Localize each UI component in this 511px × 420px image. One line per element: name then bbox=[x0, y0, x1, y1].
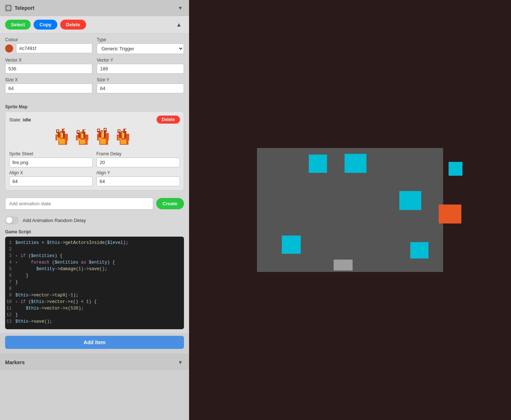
sprite-sheet-input[interactable] bbox=[9, 158, 93, 167]
align-x-label: Align X bbox=[9, 170, 93, 175]
colour-group: Colour bbox=[5, 37, 92, 54]
code-editor[interactable]: 1$entities = $this->getActorsInside($lev… bbox=[5, 237, 184, 329]
svg-rect-5 bbox=[59, 139, 65, 144]
sprite-sheet-group: Sprite Sheet bbox=[9, 151, 93, 167]
canvas-block bbox=[410, 242, 429, 258]
collapse-arrow-icon[interactable]: ▾ bbox=[15, 261, 20, 265]
code-line: 9$this->vector->tapX(-1); bbox=[5, 293, 184, 299]
svg-rect-53 bbox=[125, 129, 126, 131]
select-button[interactable]: Select bbox=[5, 20, 31, 30]
sprite-state-header: State: idle Delete bbox=[9, 116, 180, 124]
toolbar-buttons: Select Copy Delete bbox=[5, 20, 86, 30]
colour-label: Colour bbox=[5, 37, 92, 42]
teleport-title: Teleport bbox=[5, 5, 34, 11]
svg-rect-26 bbox=[77, 131, 79, 132]
code-line: 13$this->save(); bbox=[5, 319, 184, 326]
toggle-row: Add Animation Random Delay bbox=[0, 213, 189, 227]
svg-rect-52 bbox=[118, 130, 120, 132]
add-animation-input[interactable] bbox=[5, 198, 153, 210]
code-line: 12} bbox=[5, 312, 184, 319]
svg-rect-27 bbox=[84, 130, 85, 132]
teleport-collapse-btn[interactable]: ▾ bbox=[177, 4, 184, 12]
sprite-sheet-label: Sprite Sheet bbox=[9, 151, 93, 156]
frame-delay-label: Frame Delay bbox=[96, 151, 180, 156]
colour-swatch[interactable] bbox=[5, 44, 13, 52]
size-x-input[interactable] bbox=[5, 83, 92, 93]
canvas-block bbox=[439, 205, 461, 223]
toggle-knob bbox=[6, 217, 12, 223]
colour-input[interactable] bbox=[16, 43, 92, 53]
left-panel: Teleport ▾ Select Copy Delete ▲ Colour T… bbox=[0, 0, 189, 420]
delete-button[interactable]: Delete bbox=[60, 20, 86, 30]
code-line: 11 $this->vector->x(536); bbox=[5, 306, 184, 312]
svg-rect-21 bbox=[78, 133, 80, 138]
size-y-label: Size Y bbox=[97, 77, 184, 82]
colour-row bbox=[5, 43, 92, 53]
align-y-input[interactable] bbox=[96, 176, 180, 186]
sprite-preview bbox=[9, 127, 180, 148]
svg-rect-18 bbox=[80, 140, 85, 144]
code-line: 2 bbox=[5, 247, 184, 253]
copy-button[interactable]: Copy bbox=[34, 20, 57, 30]
type-label: Type bbox=[97, 37, 184, 42]
svg-rect-47 bbox=[119, 132, 121, 138]
canvas-block bbox=[345, 154, 366, 173]
svg-rect-13 bbox=[57, 130, 58, 132]
vector-y-input[interactable] bbox=[97, 64, 184, 74]
size-x-group: Size X bbox=[5, 77, 92, 93]
toolbar-collapse-btn[interactable]: ▲ bbox=[174, 21, 184, 29]
right-panel bbox=[189, 0, 511, 420]
code-line: 3▾ if ($entities) { bbox=[5, 253, 184, 260]
type-group: Type Generic Trigger bbox=[97, 37, 184, 54]
create-animation-button[interactable]: Create bbox=[156, 198, 184, 209]
vector-x-input[interactable] bbox=[5, 64, 92, 74]
frame-delay-input[interactable] bbox=[96, 158, 180, 167]
align-y-group: Align Y bbox=[96, 170, 180, 186]
size-y-input[interactable] bbox=[97, 83, 184, 93]
code-line: 5 $entity->damage(1)->save(); bbox=[5, 267, 184, 273]
vector-y-group: Vector Y bbox=[97, 58, 184, 74]
canvas-block bbox=[399, 191, 421, 210]
code-line: 4▾ foreach ($entities as $entity) { bbox=[5, 260, 184, 267]
sprite-delete-button[interactable]: Delete bbox=[157, 116, 180, 124]
align-x-group: Align X bbox=[9, 170, 93, 186]
teleport-header: Teleport ▾ bbox=[0, 0, 189, 16]
colour-type-row: Colour Type Generic Trigger bbox=[5, 37, 184, 54]
sprite-map-section: Sprite Map State: idle Delete bbox=[0, 101, 189, 194]
teleport-label: Teleport bbox=[15, 5, 34, 11]
sprite-map-label: Sprite Map bbox=[5, 104, 184, 109]
markers-section: Markers ▾ bbox=[0, 354, 189, 370]
game-script-section: Game Script 1$entities = $this->getActor… bbox=[0, 227, 189, 333]
size-y-group: Size Y bbox=[97, 77, 184, 93]
svg-point-1 bbox=[8, 7, 9, 8]
vector-y-label: Vector Y bbox=[97, 58, 184, 63]
type-select[interactable]: Generic Trigger bbox=[97, 43, 184, 54]
add-item-button[interactable]: Add item bbox=[5, 336, 184, 349]
size-row: Size X Size Y bbox=[5, 77, 184, 93]
canvas-block bbox=[449, 162, 462, 176]
form-section: Colour Type Generic Trigger Vector X Vec… bbox=[0, 34, 189, 101]
collapse-arrow-icon[interactable]: ▾ bbox=[15, 300, 20, 304]
canvas-block bbox=[282, 236, 301, 254]
canvas-block bbox=[309, 155, 327, 173]
size-x-label: Size X bbox=[5, 77, 92, 82]
code-line: 8 bbox=[5, 286, 184, 293]
animation-delay-toggle[interactable] bbox=[5, 216, 19, 224]
collapse-arrow-icon[interactable]: ▾ bbox=[15, 254, 20, 258]
markers-collapse-btn[interactable]: ▾ bbox=[177, 358, 184, 366]
code-line: 1$entities = $this->getActorsInside($lev… bbox=[5, 240, 184, 247]
svg-rect-8 bbox=[58, 132, 60, 137]
align-x-input[interactable] bbox=[9, 176, 93, 186]
svg-rect-49 bbox=[122, 132, 123, 138]
vector-x-group: Vector X bbox=[5, 58, 92, 74]
code-line: 6 } bbox=[5, 273, 184, 280]
canvas-block bbox=[334, 260, 353, 271]
sprite-state-label: State: idle bbox=[9, 117, 31, 122]
svg-rect-40 bbox=[104, 129, 106, 130]
sprite-fields-row2: Align X Align Y bbox=[9, 170, 180, 186]
code-line: 7} bbox=[5, 280, 184, 286]
svg-rect-36 bbox=[101, 132, 103, 138]
fire-sprite bbox=[53, 127, 137, 148]
teleport-icon bbox=[5, 5, 12, 11]
frame-delay-group: Frame Delay bbox=[96, 151, 180, 167]
